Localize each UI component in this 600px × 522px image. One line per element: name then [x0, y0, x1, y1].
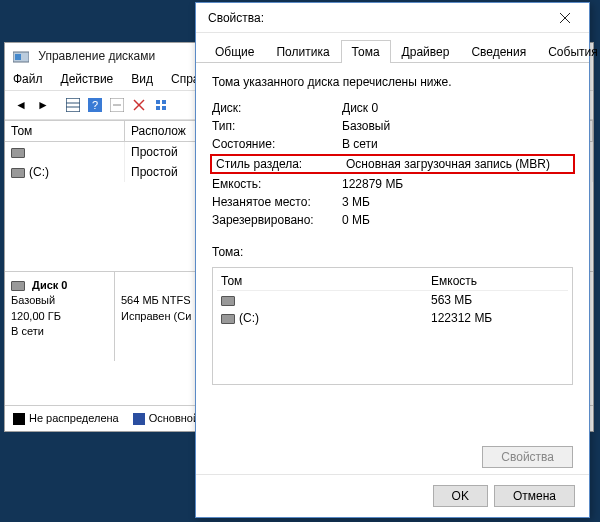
- intro-text: Тома указанного диска перечислены ниже.: [212, 75, 573, 89]
- value-freespace: 3 МБ: [342, 195, 573, 209]
- toolbar-list-icon[interactable]: [151, 95, 171, 115]
- volume-icon: [11, 168, 25, 178]
- vol-row-1[interactable]: (C:) 122312 МБ: [217, 309, 568, 327]
- toolbar-back-icon[interactable]: ◄: [11, 95, 31, 115]
- disk-icon: [11, 281, 25, 291]
- svg-rect-12: [162, 100, 166, 104]
- value-capacity: 122879 МБ: [342, 177, 573, 191]
- volume-icon: [11, 148, 25, 158]
- cancel-button[interactable]: Отмена: [494, 485, 575, 507]
- dialog-title: Свойства:: [208, 11, 264, 25]
- legend-unalloc-icon: [13, 413, 25, 425]
- ok-button[interactable]: OK: [433, 485, 488, 507]
- tab-general[interactable]: Общие: [204, 40, 265, 63]
- legend-primary-icon: [133, 413, 145, 425]
- close-icon: [559, 12, 571, 24]
- value-reserved: 0 МБ: [342, 213, 573, 227]
- bg-menu-action[interactable]: Действие: [61, 72, 114, 86]
- label-type: Тип:: [212, 119, 342, 133]
- tab-driver[interactable]: Драйвер: [391, 40, 461, 63]
- dialog-titlebar[interactable]: Свойства:: [196, 3, 589, 33]
- tabset: Общие Политика Тома Драйвер Сведения Соб…: [196, 33, 589, 63]
- label-status: Состояние:: [212, 137, 342, 151]
- value-disk: Диск 0: [342, 101, 573, 115]
- value-status: В сети: [342, 137, 573, 151]
- dialog-body: Тома указанного диска перечислены ниже. …: [196, 63, 589, 440]
- label-capacity: Емкость:: [212, 177, 342, 191]
- dialog-footer: OK Отмена: [196, 474, 589, 517]
- vol-col-name[interactable]: Том: [221, 274, 431, 288]
- volumes-label: Тома:: [212, 245, 573, 259]
- tab-events[interactable]: События: [537, 40, 600, 63]
- volume-icon: [221, 314, 235, 324]
- svg-text:?: ?: [92, 99, 98, 111]
- bg-disk-summary: Диск 0 Базовый 120,00 ГБ В сети: [5, 272, 115, 361]
- bg-disk-name: Диск 0: [32, 279, 67, 291]
- vol-col-size[interactable]: Емкость: [431, 274, 564, 288]
- svg-rect-14: [162, 106, 166, 110]
- volumes-listbox[interactable]: Том Емкость 563 МБ (C:) 122312 МБ: [212, 267, 573, 385]
- volume-icon: [221, 296, 235, 306]
- svg-rect-13: [156, 106, 160, 110]
- label-disk: Диск:: [212, 101, 342, 115]
- bg-menu-view[interactable]: Вид: [131, 72, 153, 86]
- tab-policy[interactable]: Политика: [265, 40, 340, 63]
- label-style: Стиль раздела:: [216, 157, 346, 171]
- toolbar-x-icon[interactable]: [129, 95, 149, 115]
- svg-rect-2: [66, 98, 80, 112]
- label-freespace: Незанятое место:: [212, 195, 342, 209]
- value-style: Основная загрузочная запись (MBR): [346, 157, 569, 171]
- bg-window-title: Управление дисками: [38, 49, 155, 63]
- tab-details[interactable]: Сведения: [460, 40, 537, 63]
- toolbar-view-icon[interactable]: [63, 95, 83, 115]
- toolbar-help-icon[interactable]: ?: [85, 95, 105, 115]
- disk-mgmt-icon: [13, 49, 32, 63]
- tab-volumes[interactable]: Тома: [341, 40, 391, 63]
- bg-col-layout[interactable]: Располож: [125, 121, 205, 142]
- disk-properties: Диск:Диск 0 Тип:Базовый Состояние:В сети…: [212, 99, 573, 229]
- toolbar-fwd-icon[interactable]: ►: [33, 95, 53, 115]
- svg-rect-1: [15, 54, 21, 60]
- vol-row-0[interactable]: 563 МБ: [217, 291, 568, 309]
- toolbar-refresh-icon[interactable]: [107, 95, 127, 115]
- properties-dialog: Свойства: Общие Политика Тома Драйвер Св…: [195, 2, 590, 518]
- value-type: Базовый: [342, 119, 573, 133]
- label-reserved: Зарезервировано:: [212, 213, 342, 227]
- volume-properties-button[interactable]: Свойства: [482, 446, 573, 468]
- row-partition-style: Стиль раздела:Основная загрузочная запис…: [210, 154, 575, 174]
- svg-rect-11: [156, 100, 160, 104]
- close-button[interactable]: [545, 5, 585, 31]
- bg-menu-file[interactable]: Файл: [13, 72, 43, 86]
- bg-col-volume[interactable]: Том: [5, 121, 125, 142]
